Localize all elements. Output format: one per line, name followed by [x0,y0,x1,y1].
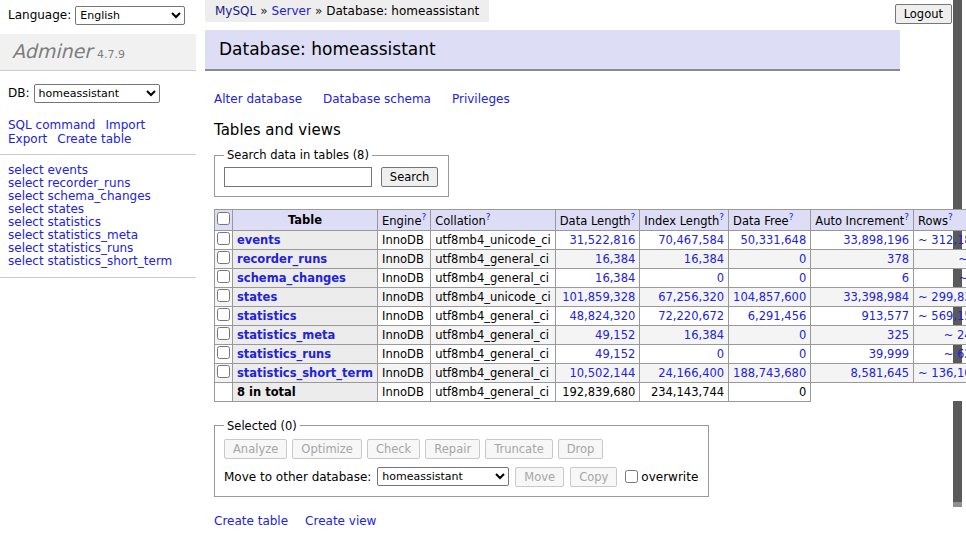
cell-index-length-link[interactable]: 72,220,672 [658,309,724,323]
cell-auto-increment-link[interactable]: 39,999 [869,347,909,361]
link-create-table[interactable]: Create table [214,514,288,528]
search-input[interactable] [224,167,372,187]
cell-rows-link[interactable]: ~ 312,180 [918,233,966,247]
cell-rows-link[interactable]: ~ 244 [944,328,966,342]
cell-auto-increment-link[interactable]: 325 [887,328,909,342]
row-checkbox[interactable] [217,346,230,359]
link-alter-database[interactable]: Alter database [214,92,302,106]
cell-rows-link[interactable]: ~ 5 [958,252,966,266]
breadcrumb-link-mysql[interactable]: MySQL [215,4,256,18]
table-link-events[interactable]: events [237,233,281,247]
cell-index-length-link[interactable]: 24,166,400 [658,366,724,380]
row-checkbox[interactable] [217,365,230,378]
copy-button[interactable]: Copy [570,467,617,487]
cell-data-length-link[interactable]: 101,859,328 [562,290,635,304]
cell-rows-link[interactable]: ~ 3 [958,271,966,285]
sidebar-action-sql-command[interactable]: SQL command [8,118,95,132]
cell-data-length-link[interactable]: 16,384 [595,271,635,285]
cell-data-length-link[interactable]: 31,522,816 [569,233,635,247]
cell-auto-increment-link[interactable]: 913,577 [861,309,909,323]
sidebar-action-export[interactable]: Export [8,132,47,146]
table-link-schema-changes[interactable]: schema_changes [237,271,346,285]
help-link[interactable]: ? [421,212,426,222]
link-create-view[interactable]: Create view [305,514,376,528]
drop-button[interactable]: Drop [558,439,604,459]
cell-rows-link[interactable]: ~ 569,159 [918,309,966,323]
repair-button[interactable]: Repair [425,439,480,459]
cell-data-free: 0 [729,268,811,287]
cell-data-free-link[interactable]: 104,857,600 [733,290,806,304]
row-checkbox[interactable] [217,251,230,264]
move-button[interactable]: Move [515,467,564,487]
help-link[interactable]: ? [719,212,724,222]
optimize-button[interactable]: Optimize [292,439,362,459]
row-checkbox[interactable] [217,270,230,283]
help-link[interactable]: ? [904,212,909,222]
cell-auto-increment-link[interactable]: 8,581,645 [851,366,910,380]
row-checkbox[interactable] [217,232,230,245]
app-version: 4.7.9 [97,48,125,61]
db-select[interactable]: homeassistant [34,84,160,103]
link-privileges[interactable]: Privileges [452,92,510,106]
cell-data-free-link[interactable]: 188,743,680 [733,366,806,380]
sidebar-action-create-table[interactable]: Create table [57,132,131,146]
cell-rows-link[interactable]: ~ 628 [944,347,966,361]
cell-data-length-link[interactable]: 49,152 [595,328,635,342]
row-checkbox[interactable] [217,289,230,302]
cell-data-free-link[interactable]: 6,291,456 [748,309,807,323]
help-superscript: ? [948,212,953,222]
table-link-states[interactable]: states [237,290,277,304]
help-link[interactable]: ? [789,212,794,222]
move-database-select[interactable]: homeassistant [377,467,509,486]
help-link[interactable]: ? [948,212,953,222]
table-link-statistics-short-term[interactable]: statistics_short_term [237,366,373,380]
table-link-statistics-meta[interactable]: statistics_meta [237,328,335,342]
cell-index-length-link[interactable]: 0 [717,347,724,361]
cell-data-free: 6,291,456 [729,306,811,325]
truncate-button[interactable]: Truncate [485,439,553,459]
cell-auto-increment-link[interactable]: 378 [887,252,909,266]
cell-data-free-link[interactable]: 0 [799,347,806,361]
link-database-schema[interactable]: Database schema [323,92,431,106]
cell-data-free-link[interactable]: 50,331,648 [740,233,806,247]
cell-data-free-link[interactable]: 0 [799,252,806,266]
cell-index-length-link[interactable]: 16,384 [684,328,724,342]
language-select[interactable]: English [75,6,185,25]
cell-data-free-link[interactable]: 0 [799,271,806,285]
breadcrumb-link-server[interactable]: Server [272,4,311,18]
cell-index-length-link[interactable]: 16,384 [684,252,724,266]
cell-auto-increment-link[interactable]: 6 [902,271,909,285]
cell-rows: ~ 569,159 [914,306,966,325]
sidebar-action-import[interactable]: Import [105,118,145,132]
overwrite-checkbox[interactable] [625,470,638,483]
cell-data-length-link[interactable]: 10,502,144 [569,366,635,380]
cell-index-length-link[interactable]: 0 [717,271,724,285]
analyze-button[interactable]: Analyze [224,439,287,459]
table-link-statistics[interactable]: statistics [237,309,297,323]
row-checkbox[interactable] [217,308,230,321]
row-checkbox[interactable] [217,327,230,340]
sidebar-table-link-statistics-short-term[interactable]: select statistics_short_term [8,255,196,268]
help-link[interactable]: ? [486,212,491,222]
cell-data-length-link[interactable]: 16,384 [595,252,635,266]
cell-index-length-link[interactable]: 67,256,320 [658,290,724,304]
cell-auto-increment-link[interactable]: 33,398,984 [843,290,909,304]
cell-rows: ~ 3 [914,268,966,287]
table-link-recorder-runs[interactable]: recorder_runs [237,252,327,266]
language-label: Language: [8,8,71,22]
cell-data-free-link[interactable]: 0 [799,328,806,342]
cell-rows-link[interactable]: ~ 136,108 [918,366,966,380]
cell-data-length: 10,502,144 [555,363,640,382]
cell-index-length-link[interactable]: 70,467,584 [658,233,724,247]
cell-data-length-link[interactable]: 48,824,320 [569,309,635,323]
check-button[interactable]: Check [367,439,420,459]
cell-rows-link[interactable]: ~ 299,833 [918,290,966,304]
select-all-checkbox[interactable] [217,212,230,225]
cell-data-length-link[interactable]: 49,152 [595,347,635,361]
cell-auto-increment-link[interactable]: 33,898,196 [843,233,909,247]
table-link-statistics-runs[interactable]: statistics_runs [237,347,331,361]
help-link[interactable]: ? [631,212,636,222]
empty-cell [914,382,966,401]
overwrite-option: overwrite [623,470,698,484]
search-button[interactable]: Search [381,167,439,187]
